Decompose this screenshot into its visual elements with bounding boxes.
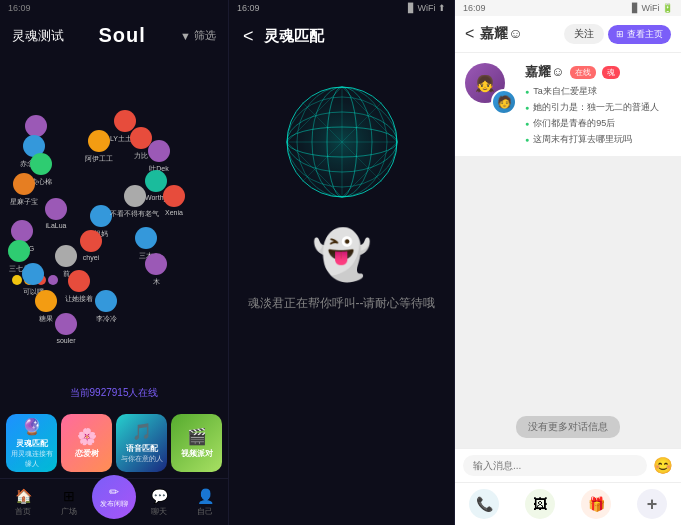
- user-dot[interactable]: 星麻子宝: [10, 173, 38, 207]
- user-dot[interactable]: 让她接着: [65, 270, 93, 304]
- middle-status-time: 16:09: [237, 3, 260, 13]
- user-avatar: [90, 205, 112, 227]
- tag-online: 在线: [570, 66, 596, 79]
- right-title: 嘉耀☺: [480, 25, 564, 43]
- right-status-time: 16:09: [463, 3, 486, 13]
- middle-status-icons: ▊ WiFi ⬆: [408, 3, 446, 13]
- user-avatar: [80, 230, 102, 252]
- waiting-icon: 👻: [312, 227, 372, 283]
- user-dot[interactable]: iLaLua: [45, 198, 67, 229]
- nav-post[interactable]: ✏ 发布闲聊: [92, 483, 136, 521]
- user-avatar: [68, 270, 90, 292]
- user-name: 星麻子宝: [10, 197, 38, 207]
- user-avatar: [145, 253, 167, 275]
- user-name: 李冷冷: [96, 314, 117, 324]
- nav-center-button[interactable]: ✏ 发布闲聊: [92, 475, 136, 519]
- nav-profile[interactable]: 👤 自己: [182, 483, 228, 521]
- voice-sub: 与你在意的人: [121, 454, 163, 464]
- user-name: 木: [153, 277, 160, 287]
- chat-input-area: 😊: [455, 448, 681, 482]
- profile-info: 嘉耀☺ 在线 魂 Ta来自仁爱星球 她的引力是：独一无二的普通人 你们都是青春的…: [525, 63, 671, 146]
- globe-svg: [277, 77, 407, 207]
- user-dot[interactable]: 李冷冷: [95, 290, 117, 324]
- chat-input-field[interactable]: [463, 455, 647, 476]
- left-header: 灵魂测试 Soul ▼ 筛选: [0, 16, 228, 55]
- filter-label: 筛选: [194, 28, 216, 43]
- call-icon: 📞: [469, 489, 499, 519]
- user-name: 力比: [134, 151, 148, 161]
- emoji-button[interactable]: 😊: [653, 456, 673, 475]
- left-header-title: 灵魂测试: [12, 27, 64, 45]
- feature-card-love[interactable]: 🌸 恋爱树: [61, 414, 112, 472]
- user-dot[interactable]: 木: [145, 253, 167, 287]
- chat-area[interactable]: 没有更多对话信息: [455, 156, 681, 448]
- profile-card: 👧 🧑 嘉耀☺ 在线 魂 Ta来自仁爱星球 她的引力是：独一无二的普通人 你们都…: [455, 53, 681, 156]
- square-icon: ⊞: [63, 488, 75, 504]
- user-dot[interactable]: souler: [55, 313, 77, 344]
- user-avatar: [13, 173, 35, 195]
- feature-card-video[interactable]: 🎬 视频派对: [171, 414, 222, 472]
- love-icon: 🌸: [77, 427, 97, 446]
- user-name: iLaLua: [45, 222, 66, 229]
- feature-cards: 🔮 灵魂匹配 用灵魂连接有缘人 🌸 恋爱树 🎵 语音匹配 与你在意的人 🎬 视频…: [0, 408, 228, 478]
- left-status-time: 16:09: [8, 3, 31, 13]
- user-dot[interactable]: 不看不得有老气: [110, 185, 159, 219]
- user-avatar: [124, 185, 146, 207]
- image-icon: 🖼: [525, 489, 555, 519]
- visit-profile-button[interactable]: ⊞ 查看主页: [608, 25, 671, 44]
- feature-card-match[interactable]: 🔮 灵魂匹配 用灵魂连接有缘人: [6, 414, 57, 472]
- call-button[interactable]: 📞: [469, 489, 499, 519]
- user-name: Xenia: [165, 209, 183, 216]
- profile-intro-from: Ta来自仁爱星球: [525, 85, 671, 98]
- right-header: < 嘉耀☺ 关注 ⊞ 查看主页: [455, 16, 681, 53]
- filter-icon: ▼: [180, 30, 191, 42]
- voice-title: 语音匹配: [126, 443, 158, 454]
- profile-name-row: 嘉耀☺ 在线 魂: [525, 63, 671, 81]
- user-dot[interactable]: 糖果: [35, 290, 57, 324]
- match-sub: 用灵魂连接有缘人: [10, 449, 53, 469]
- user-avatar: [163, 185, 185, 207]
- left-status-bar: 16:09: [0, 0, 228, 16]
- match-title: 灵魂匹配: [16, 438, 48, 449]
- post-icon: ✏: [109, 485, 119, 499]
- image-button[interactable]: 🖼: [525, 489, 555, 519]
- feature-card-voice[interactable]: 🎵 语音匹配 与你在意的人: [116, 414, 167, 472]
- more-button[interactable]: +: [637, 489, 667, 519]
- nav-square[interactable]: ⊞ 广场: [46, 483, 92, 521]
- nav-home-label: 首页: [15, 506, 31, 517]
- profile-trait-0: 她的引力是：独一无二的普通人: [525, 101, 671, 114]
- follow-button[interactable]: 关注: [564, 24, 604, 44]
- soul-logo: Soul: [98, 24, 145, 47]
- middle-title: 灵魂匹配: [264, 27, 324, 46]
- right-panel: 16:09 ▊ WiFi 🔋 < 嘉耀☺ 关注 ⊞ 查看主页 👧 🧑 嘉耀☺ 在…: [455, 0, 681, 525]
- filter-button[interactable]: ▼ 筛选: [180, 28, 216, 43]
- middle-header: < 灵魂匹配: [229, 16, 454, 57]
- user-dot[interactable]: 叶Dek: [148, 140, 170, 174]
- gift-icon: 🎁: [581, 489, 611, 519]
- middle-back-button[interactable]: <: [243, 26, 254, 47]
- bottom-nav: 🏠 首页 ⊞ 广场 ✏ 发布闲聊 💬 聊天 👤 自己: [0, 478, 228, 525]
- user-avatar: [22, 263, 44, 285]
- online-prefix: 当前: [70, 387, 90, 398]
- user-avatar: [95, 290, 117, 312]
- love-title: 恋爱树: [75, 448, 99, 459]
- user-avatar: [55, 245, 77, 267]
- user-dot[interactable]: 阿伊工工: [85, 130, 113, 164]
- star-map: 嗑瓜LY土土土赤念怪僮染心棉阿伊工工力比叶DekWorthy星麻子宝iLaLua…: [0, 55, 228, 408]
- nav-chat[interactable]: 💬 聊天: [136, 483, 182, 521]
- nav-square-label: 广场: [61, 506, 77, 517]
- online-count: 当前9927915人在线: [70, 386, 159, 400]
- nav-home[interactable]: 🏠 首页: [0, 483, 46, 521]
- right-back-button[interactable]: <: [465, 25, 474, 43]
- user-avatar: [25, 115, 47, 137]
- user-dot[interactable]: Xenia: [163, 185, 185, 216]
- user-name: 不看不得有老气: [110, 209, 159, 219]
- chat-icon: 💬: [151, 488, 168, 504]
- right-status-bar: 16:09 ▊ WiFi 🔋: [455, 0, 681, 16]
- user-dot[interactable]: chyei: [80, 230, 102, 261]
- gift-button[interactable]: 🎁: [581, 489, 611, 519]
- match-icon: 🔮: [22, 417, 42, 436]
- online-number: 9927915: [90, 387, 129, 398]
- user-name: 糖果: [39, 314, 53, 324]
- profile-trait-2: 这周末有打算去哪里玩吗: [525, 133, 671, 146]
